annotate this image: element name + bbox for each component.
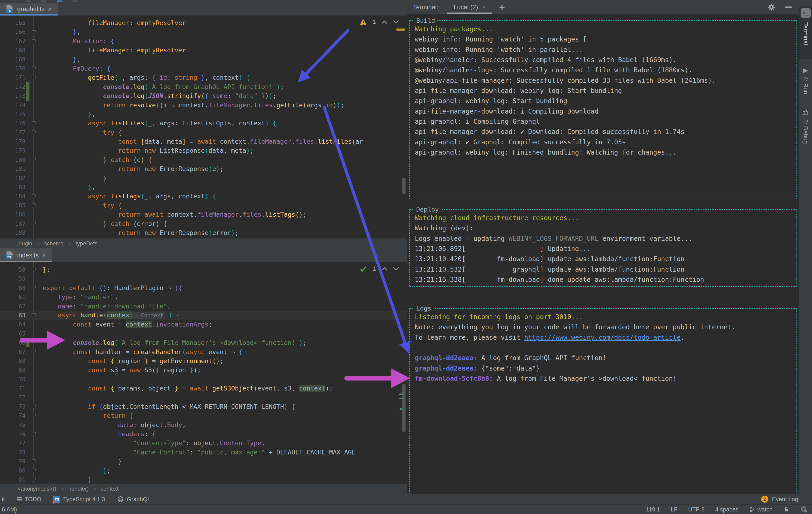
code-line[interactable]: 63 async handle(context: Context ) {: [0, 311, 407, 320]
fold-marker-icon[interactable]: [32, 286, 36, 290]
line-number[interactable]: 67: [0, 347, 26, 356]
code-line[interactable]: 59: [0, 274, 407, 283]
debug-icon[interactable]: [802, 109, 809, 117]
code-line[interactable]: 168 fileManager: emptyResolver: [0, 46, 407, 55]
code-line[interactable]: 58};: [0, 265, 407, 274]
editor-index-ts[interactable]: 58};5960export default (): HandlerPlugin…: [0, 262, 407, 483]
code-line[interactable]: 183 },: [0, 183, 407, 192]
line-number[interactable]: 75: [0, 420, 26, 429]
line-number[interactable]: 185: [0, 201, 26, 210]
line-number[interactable]: 178: [0, 137, 26, 146]
code-line[interactable]: 165 fileManager: emptyResolver: [0, 18, 407, 27]
code-line[interactable]: 181 return new ErrorResponse(e);: [0, 164, 407, 173]
code-line[interactable]: 179 return new ListResponse(data, meta);: [0, 146, 407, 155]
line-number[interactable]: 188: [0, 228, 26, 237]
breadcrumb-item[interactable]: plugin: [18, 240, 32, 247]
code-line[interactable]: 182 }: [0, 174, 407, 183]
code-line[interactable]: 177 try {: [0, 128, 407, 137]
fold-marker-icon[interactable]: [32, 76, 36, 80]
line-number[interactable]: 181: [0, 164, 26, 173]
close-icon[interactable]: ×: [482, 4, 486, 11]
code-line[interactable]: 60export default (): HandlerPlugin ⇒ ({: [0, 283, 407, 293]
sidebar-item-run[interactable]: 4: Run: [802, 77, 809, 94]
code-area[interactable]: 165 fileManager: emptyResolver166 },167 …: [0, 16, 407, 237]
terminal-link[interactable]: https://www.webiny.com/docs/todo-article: [524, 334, 680, 341]
code-line[interactable]: 67 const handler = createHandler(async e…: [0, 347, 407, 356]
toolwindow-git[interactable]: it: [2, 496, 5, 503]
line-number[interactable]: 64: [0, 320, 26, 329]
line-number[interactable]: 77: [0, 439, 26, 448]
code-line[interactable]: 72: [0, 393, 407, 402]
fold-marker-icon[interactable]: [32, 414, 36, 418]
code-line[interactable]: 167 Mutation: {: [0, 37, 407, 46]
git-branch-widget[interactable]: watch: [749, 506, 773, 513]
close-icon[interactable]: ×: [42, 252, 46, 259]
code-line[interactable]: 188 return new ErrorResponse(error);: [0, 228, 407, 237]
sidebar-item-debug[interactable]: 5: Debug: [802, 119, 809, 144]
line-number[interactable]: 74: [0, 411, 26, 420]
code-line[interactable]: 169 },: [0, 55, 407, 64]
sidebar-item-terminal[interactable]: Terminal: [802, 22, 809, 45]
error-stripe-warning-mark[interactable]: [396, 29, 405, 31]
code-line[interactable]: 180 } catch (e) {: [0, 155, 407, 164]
fold-marker-icon[interactable]: [32, 478, 36, 482]
line-number[interactable]: 168: [0, 46, 26, 55]
code-line[interactable]: 66 console.log(`A log from File Manager'…: [0, 338, 407, 347]
editor-graphql-ts[interactable]: 165 fileManager: emptyResolver166 },167 …: [0, 16, 407, 238]
line-number[interactable]: 174: [0, 100, 26, 110]
terminal-tab-local[interactable]: Local (2) ×: [454, 0, 486, 14]
code-line[interactable]: 61 type: "handler",: [0, 293, 407, 302]
line-number[interactable]: 72: [0, 393, 26, 402]
hide-panel-icon[interactable]: [785, 6, 792, 8]
toolwindow-graphql[interactable]: GraphQL: [117, 496, 151, 503]
line-number[interactable]: 79: [0, 457, 26, 466]
status-item[interactable]: 119:1: [646, 506, 660, 513]
fold-marker-icon[interactable]: [32, 204, 36, 207]
unlock-icon[interactable]: [783, 506, 789, 513]
code-line[interactable]: 80 };: [0, 466, 407, 475]
line-number[interactable]: 175: [0, 110, 26, 119]
fold-marker-icon[interactable]: [32, 158, 36, 162]
line-number[interactable]: 184: [0, 192, 26, 201]
chevron-down-icon[interactable]: [393, 267, 399, 271]
line-number[interactable]: 180: [0, 155, 26, 164]
code-line[interactable]: 81 }: [0, 475, 407, 483]
chevron-up-icon[interactable]: [381, 267, 387, 271]
line-number[interactable]: 179: [0, 146, 26, 155]
line-number[interactable]: 69: [0, 365, 26, 374]
fold-marker-icon[interactable]: [32, 121, 36, 125]
line-number[interactable]: 78: [0, 448, 26, 457]
breadcrumb-item[interactable]: typeDefs: [76, 240, 97, 247]
line-number[interactable]: 61: [0, 293, 26, 302]
code-line[interactable]: 65: [0, 329, 407, 338]
line-number[interactable]: 62: [0, 302, 26, 311]
line-number[interactable]: 177: [0, 128, 26, 137]
line-number[interactable]: 186: [0, 210, 26, 219]
chevron-down-icon[interactable]: [393, 20, 399, 24]
breadcrumb-item[interactable]: context: [100, 485, 118, 492]
code-line[interactable]: 187 } catch (error) {: [0, 219, 407, 228]
new-terminal-button[interactable]: +: [499, 2, 505, 12]
code-line[interactable]: 186 return await context.fileManager.fil…: [0, 210, 407, 219]
code-line[interactable]: 62 name: "handler-download-file",: [0, 302, 407, 311]
code-line[interactable]: 174 return resolve(() ⇒ context.fileMana…: [0, 100, 407, 110]
code-line[interactable]: 173 console.log(JSON.stringify({ some: "…: [0, 91, 407, 100]
fold-marker-icon[interactable]: [32, 268, 36, 272]
fold-marker-icon[interactable]: [32, 459, 36, 463]
code-line[interactable]: 184 async listTags(_, args, context) {: [0, 192, 407, 201]
status-item[interactable]: 4 spaces: [715, 506, 738, 513]
close-icon[interactable]: ×: [48, 6, 52, 13]
line-number[interactable]: 58: [0, 265, 26, 274]
line-number[interactable]: 183: [0, 183, 26, 192]
code-line[interactable]: 71 const { params, object } = await getS…: [0, 384, 407, 393]
scrollbar-thumb[interactable]: [402, 384, 406, 432]
fold-marker-icon[interactable]: [32, 313, 36, 317]
scrollbar-thumb[interactable]: [402, 178, 406, 194]
fold-marker-icon[interactable]: [32, 222, 36, 226]
line-number[interactable]: 170: [0, 64, 26, 73]
toolwindow-todo[interactable]: TODO: [17, 496, 41, 503]
code-line[interactable]: 69 const s3 = new S3({ region });: [0, 365, 407, 374]
line-number[interactable]: 60: [0, 283, 26, 293]
gear-icon[interactable]: [767, 3, 776, 11]
line-number[interactable]: 76: [0, 429, 26, 439]
